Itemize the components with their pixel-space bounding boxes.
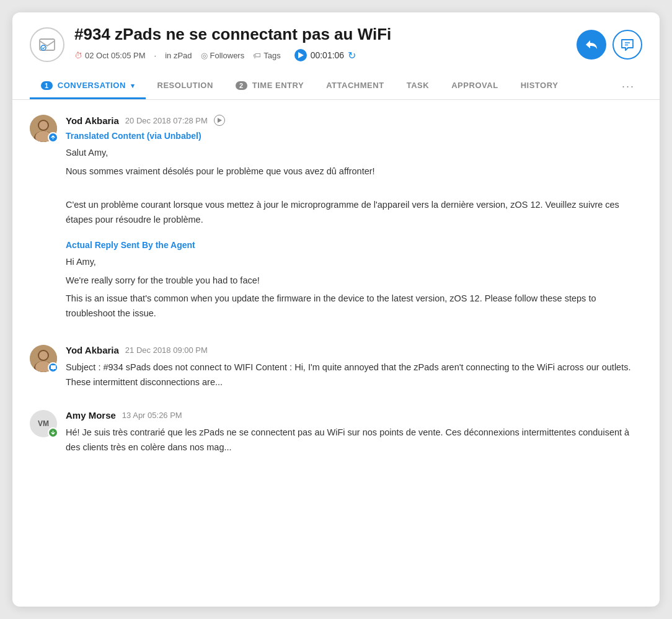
ticket-card: #934 zPads ne se connectant pas au WiFi … [12, 12, 660, 607]
header-info: #934 zPads ne se connectant pas au WiFi … [74, 25, 567, 61]
tabs-more-button[interactable]: ··· [614, 75, 642, 98]
conversation-body: Yod Akbaria 20 Dec 2018 07:28 PM Transla… [12, 100, 660, 607]
sender-name-3: Amy Morse [66, 410, 116, 421]
message-3-header: Amy Morse 13 Apr 05:26 PM [66, 410, 642, 421]
message-2: Yod Akbaria 21 Dec 2018 09:00 PM Subject… [30, 345, 642, 390]
message-3: VM Amy Morse 13 Apr 05:26 PM Hé! Je suis… [30, 410, 642, 455]
message-time-1: 20 Dec 2018 07:28 PM [125, 116, 208, 125]
tab-resolution[interactable]: RESOLUTION [146, 73, 224, 99]
message-actual-body-1: Hi Amy, We're really sorry for the troub… [66, 255, 642, 322]
tab-time-entry[interactable]: 2 TIME ENTRY [224, 73, 315, 99]
timer-value: 00:01:06 [311, 50, 345, 60]
meta-date-value: 02 Oct 05:05 PM [85, 51, 146, 60]
sender-name-1: Yod Akbaria [66, 115, 119, 126]
page-title: #934 zPads ne se connectant pas au WiFi [74, 25, 567, 44]
tab-resolution-label: RESOLUTION [157, 81, 213, 90]
message-1-header: Yod Akbaria 20 Dec 2018 07:28 PM [66, 115, 642, 126]
message-time-3: 13 Apr 05:26 PM [122, 411, 182, 420]
tab-approval-label: APPROVAL [451, 81, 498, 90]
followers-icon: ◎ [201, 51, 208, 60]
tab-attachment[interactable]: ATTACHMENT [315, 73, 396, 99]
message-3-content: Amy Morse 13 Apr 05:26 PM Hé! Je suis tr… [66, 410, 642, 455]
timer-refresh-icon[interactable]: ↻ [348, 50, 356, 61]
followers-label: Followers [210, 51, 245, 60]
tab-dropdown-icon[interactable]: ▾ [131, 82, 135, 89]
svg-point-12 [39, 351, 48, 360]
message-body-3: Hé! Je suis très contrarié que les zPads… [66, 425, 642, 455]
new-conversation-button[interactable] [612, 30, 642, 60]
svg-point-7 [39, 121, 48, 130]
ticket-icon [30, 27, 64, 62]
avatar-badge-chat [48, 362, 58, 373]
tab-task[interactable]: TASK [396, 73, 441, 99]
meta-tags[interactable]: 🏷 Tags [253, 51, 280, 60]
translated-label-1[interactable]: Translated Content (via Unbabel) [66, 131, 642, 141]
conversation-badge: 1 [41, 81, 53, 90]
tab-history-label: HISTORY [521, 81, 559, 90]
avatar-yod-1 [30, 115, 57, 142]
timer-box: 00:01:06 ↻ [294, 49, 356, 61]
tab-task-label: TASK [407, 81, 430, 90]
message-2-header: Yod Akbaria 21 Dec 2018 09:00 PM [66, 345, 642, 355]
message-2-content: Yod Akbaria 21 Dec 2018 09:00 PM Subject… [66, 345, 642, 390]
header-meta: ⏱ 02 Oct 05:05 PM · in zPad ◎ Followers … [74, 49, 567, 61]
tab-attachment-label: ATTACHMENT [326, 81, 384, 90]
tab-history[interactable]: HISTORY [510, 73, 570, 99]
tag-icon: 🏷 [253, 51, 261, 60]
timer-play-button[interactable] [294, 49, 307, 61]
avatar-vm-text: VM [38, 419, 49, 428]
time-entry-badge: 2 [236, 81, 247, 90]
message-play-button-1[interactable] [214, 115, 225, 126]
svg-point-1 [41, 45, 46, 50]
tab-bar: 1 CONVERSATION ▾ RESOLUTION 2 TIME ENTRY… [12, 73, 660, 100]
clock-icon: ⏱ [74, 51, 82, 60]
avatar-amy: VM [30, 410, 57, 437]
avatar-badge-upload [48, 132, 58, 143]
sender-name-2: Yod Akbaria [66, 345, 119, 355]
message-translated-body-1: Salut Amy, Nous sommes vraiment désolés … [66, 146, 642, 228]
reply-button[interactable] [577, 30, 606, 60]
tab-conversation-label: CONVERSATION [58, 81, 126, 90]
meta-followers[interactable]: ◎ Followers [201, 51, 245, 60]
header-actions [577, 30, 642, 60]
avatar-yod-2 [30, 345, 57, 372]
tab-conversation[interactable]: 1 CONVERSATION ▾ [30, 73, 146, 99]
meta-date: ⏱ 02 Oct 05:05 PM [74, 51, 146, 60]
meta-location-value: in zPad [165, 51, 192, 60]
tab-time-entry-label: TIME ENTRY [252, 81, 304, 90]
actual-reply-label-1[interactable]: Actual Reply Sent By the Agent [66, 240, 642, 250]
message-1-content: Yod Akbaria 20 Dec 2018 07:28 PM Transla… [66, 115, 642, 325]
meta-dot-1: · [154, 51, 157, 60]
message-1: Yod Akbaria 20 Dec 2018 07:28 PM Transla… [30, 115, 642, 325]
message-time-2: 21 Dec 2018 09:00 PM [125, 345, 208, 355]
ticket-header: #934 zPads ne se connectant pas au WiFi … [12, 12, 660, 62]
message-body-2: Subject : #934 sPads does not connect to… [66, 360, 642, 390]
avatar-badge-download [48, 427, 58, 438]
meta-location: in zPad [165, 51, 192, 60]
tab-approval[interactable]: APPROVAL [440, 73, 509, 99]
tags-label: Tags [263, 51, 280, 60]
